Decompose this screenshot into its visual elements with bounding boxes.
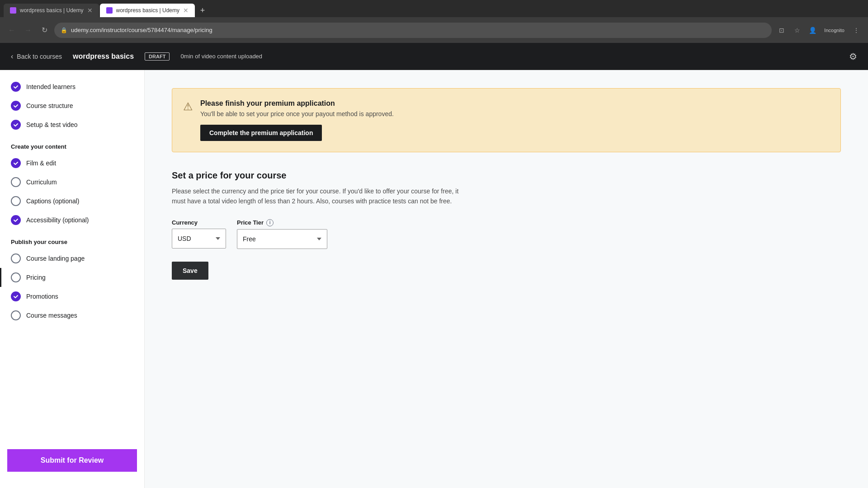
profile-icon[interactable]: 👤: [806, 24, 819, 37]
course-landing-page-label: Course landing page: [26, 255, 85, 262]
sidebar-item-intended-learners[interactable]: Intended learners: [0, 77, 144, 96]
submit-for-review-button[interactable]: Submit for Review: [7, 449, 137, 472]
intended-learners-label: Intended learners: [26, 83, 75, 90]
browser-tab-2[interactable]: wordpress basics | Udemy ✕: [100, 4, 195, 17]
toolbar-icons: ⊡ ☆ 👤 Incognito ⋮: [775, 24, 863, 37]
setup-test-video-check-icon: [11, 120, 21, 130]
submit-for-review-container: Submit for Review: [0, 442, 144, 479]
app: ‹ Back to courses wordpress basics DRAFT…: [0, 43, 868, 488]
price-tier-label: Price Tier i: [237, 219, 327, 226]
course-landing-page-check-icon: [11, 253, 21, 263]
course-messages-label: Course messages: [26, 312, 77, 319]
lock-icon: 🔒: [61, 27, 67, 33]
app-header: ‹ Back to courses wordpress basics DRAFT…: [0, 43, 868, 70]
sidebar-item-setup-test-video[interactable]: Setup & test video: [0, 115, 144, 134]
pricing-check-icon: [11, 272, 21, 282]
tab1-title: wordpress basics | Udemy: [20, 7, 84, 14]
sidebar-item-accessibility[interactable]: Accessibility (optional): [0, 211, 144, 230]
forward-nav-button[interactable]: →: [22, 24, 34, 37]
sidebar-item-promotions[interactable]: Promotions: [0, 287, 144, 306]
price-tier-info-icon[interactable]: i: [266, 219, 274, 226]
pricing-label: Pricing: [26, 274, 46, 281]
pricing-section: Set a price for your course Please selec…: [172, 170, 841, 280]
course-structure-label: Course structure: [26, 102, 73, 109]
price-form: Currency USD EUR GBP Price Tier i: [172, 219, 841, 249]
course-structure-check-icon: [11, 101, 21, 111]
address-bar[interactable]: 🔒 udemy.com/instructor/course/5784474/ma…: [54, 23, 772, 38]
back-arrow-icon: ‹: [11, 52, 13, 61]
browser-tab-1[interactable]: wordpress basics | Udemy ✕: [4, 4, 99, 17]
back-nav-button[interactable]: ←: [5, 24, 18, 37]
captions-label: Captions (optional): [26, 197, 80, 205]
curriculum-label: Curriculum: [26, 178, 57, 186]
setup-test-video-label: Setup & test video: [26, 121, 78, 128]
settings-icon[interactable]: ⚙: [849, 51, 857, 62]
warning-title: Please finish your premium application: [200, 99, 830, 108]
back-to-courses-label: Back to courses: [17, 53, 62, 60]
back-to-courses-link[interactable]: ‹ Back to courses: [11, 52, 62, 61]
sidebar-item-curriculum[interactable]: Curriculum: [0, 173, 144, 192]
tab2-title: wordpress basics | Udemy: [116, 7, 180, 14]
currency-label: Currency: [172, 219, 226, 226]
main-content: Intended learners Course structure Setup…: [0, 70, 868, 488]
save-button[interactable]: Save: [172, 262, 208, 280]
refresh-button[interactable]: ↻: [38, 24, 51, 37]
warning-triangle-icon: ⚠: [183, 100, 193, 141]
new-tab-button[interactable]: +: [196, 4, 209, 17]
currency-form-group: Currency USD EUR GBP: [172, 219, 226, 249]
curriculum-check-icon: [11, 177, 21, 187]
content-area: ⚠ Please finish your premium application…: [145, 70, 868, 488]
promotions-label: Promotions: [26, 293, 58, 300]
tab2-favicon: [106, 7, 113, 14]
publish-section-title: Publish your course: [0, 230, 144, 249]
course-title: wordpress basics: [73, 52, 134, 61]
address-text: udemy.com/instructor/course/5784474/mana…: [71, 27, 765, 33]
currency-select[interactable]: USD EUR GBP: [172, 229, 226, 249]
set-price-title: Set a price for your course: [172, 170, 841, 181]
tab1-close[interactable]: ✕: [87, 7, 93, 14]
sidebar-item-film-edit[interactable]: Film & edit: [0, 154, 144, 173]
incognito-label[interactable]: Incognito: [821, 24, 847, 37]
price-tier-select[interactable]: Free $9.99 $19.99 $29.99 $39.99 $49.99: [237, 229, 327, 249]
accessibility-check-icon: [11, 215, 21, 225]
intended-learners-check-icon: [11, 82, 21, 92]
promotions-check-icon: [11, 291, 21, 301]
browser-chrome: wordpress basics | Udemy ✕ wordpress bas…: [0, 0, 868, 43]
browser-toolbar: ← → ↻ 🔒 udemy.com/instructor/course/5784…: [0, 17, 868, 43]
set-price-description: Please select the currency and the price…: [172, 186, 461, 206]
sidebar-item-captions[interactable]: Captions (optional): [0, 192, 144, 211]
sidebar: Intended learners Course structure Setup…: [0, 70, 145, 488]
create-content-section-title: Create your content: [0, 134, 144, 154]
tab2-close[interactable]: ✕: [183, 7, 189, 14]
bookmark-icon[interactable]: ☆: [791, 24, 803, 37]
captions-check-icon: [11, 196, 21, 206]
cast-icon[interactable]: ⊡: [775, 24, 788, 37]
sidebar-item-course-landing-page[interactable]: Course landing page: [0, 249, 144, 268]
film-edit-label: Film & edit: [26, 160, 56, 167]
sidebar-item-course-messages[interactable]: Course messages: [0, 306, 144, 325]
sidebar-item-pricing[interactable]: Pricing: [0, 268, 144, 287]
warning-content: Please finish your premium application Y…: [200, 99, 830, 141]
complete-premium-application-button[interactable]: Complete the premium application: [200, 125, 322, 141]
accessibility-label: Accessibility (optional): [26, 216, 89, 224]
film-edit-check-icon: [11, 158, 21, 168]
warning-banner: ⚠ Please finish your premium application…: [172, 88, 841, 152]
warning-text: You'll be able to set your price once yo…: [200, 110, 830, 117]
course-messages-check-icon: [11, 310, 21, 320]
draft-badge: DRAFT: [145, 52, 170, 61]
extensions-icon[interactable]: ⋮: [850, 24, 863, 37]
tab1-favicon: [10, 7, 16, 14]
browser-tabs: wordpress basics | Udemy ✕ wordpress bas…: [0, 0, 868, 17]
price-tier-form-group: Price Tier i Free $9.99 $19.99 $29.99 $3…: [237, 219, 327, 249]
sidebar-item-course-structure[interactable]: Course structure: [0, 96, 144, 115]
video-info: 0min of video content uploaded: [180, 53, 262, 60]
